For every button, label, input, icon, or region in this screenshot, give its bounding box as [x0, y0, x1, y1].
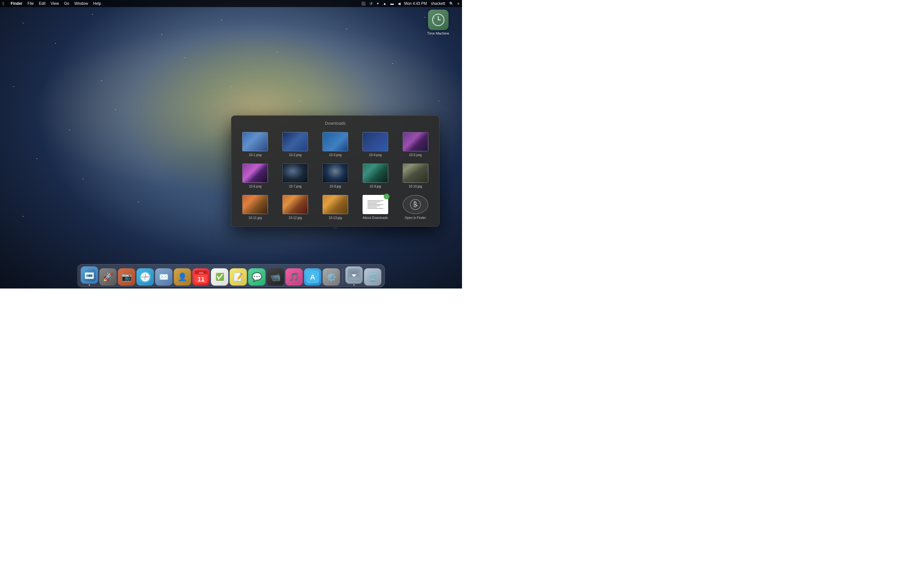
file-thumbnail-6: [242, 163, 268, 183]
svg-text:JUN: JUN: [199, 272, 204, 274]
file-thumbnail-5: [403, 132, 428, 151]
time-machine-desktop-icon[interactable]: Time Machine: [427, 10, 449, 35]
file-item-open-finder[interactable]: Open in Finder: [397, 193, 434, 221]
rocket-dock-icon: 🚀: [99, 268, 117, 285]
file-label-5: 10-5.png: [409, 153, 422, 157]
menu-file[interactable]: File: [27, 1, 34, 6]
bluetooth-icon[interactable]: ✦: [376, 2, 379, 6]
dock-item-downloads[interactable]: [346, 266, 363, 285]
file-label-12: 10-12.jpg: [288, 216, 302, 220]
file-thumbnail-11: [242, 195, 268, 214]
dock-item-safari[interactable]: [137, 268, 154, 285]
file-label-about: About Downloads: [363, 216, 388, 220]
finder-dock-icon: [81, 266, 98, 284]
apple-menu[interactable]: : [3, 1, 4, 6]
calendar-dock-icon: 11 JUN: [192, 268, 210, 285]
safari-dock-icon: [137, 268, 154, 285]
about-icon-lines: [367, 200, 383, 209]
file-thumbnail-13: [322, 195, 348, 214]
wifi-icon[interactable]: ▲: [383, 2, 387, 5]
file-label-8: 10-8.jpg: [330, 185, 341, 189]
facetime-dock-icon: 📹: [267, 268, 284, 285]
file-item-4[interactable]: 10-4.png: [357, 131, 394, 158]
volume-icon[interactable]: ◀: [398, 2, 401, 6]
dock-item-mail[interactable]: ✉️: [155, 268, 173, 285]
dock-item-messages[interactable]: 💬: [248, 268, 266, 285]
file-thumbnail-4: [363, 132, 388, 151]
file-thumbnail-10: [403, 163, 428, 183]
menu-go[interactable]: Go: [64, 1, 69, 6]
file-thumbnail-2: [282, 132, 308, 151]
screen-mirroring-icon[interactable]: ⬛: [361, 2, 366, 6]
battery-icon[interactable]: ▬: [391, 2, 394, 5]
file-item-11[interactable]: 10-11.jpg: [236, 193, 274, 221]
menu-finder[interactable]: Finder: [11, 1, 23, 6]
appstore-dock-icon: A: [304, 268, 321, 285]
dock-item-contacts[interactable]: 👤: [174, 268, 191, 285]
menu-view[interactable]: View: [51, 1, 59, 6]
mail-dock-icon: ✉️: [155, 268, 173, 285]
menu-edit[interactable]: Edit: [39, 1, 45, 6]
file-item-6[interactable]: 10-6.png: [236, 162, 274, 190]
menu-help[interactable]: Help: [93, 1, 101, 6]
dock-item-sysprefs[interactable]: ⚙️: [323, 268, 340, 285]
dock-item-calendar[interactable]: 11 JUN: [192, 268, 210, 285]
file-label-4: 10-4.png: [369, 153, 381, 157]
dock-item-notes[interactable]: 📝: [230, 268, 247, 285]
file-item-7[interactable]: 10-7.png: [276, 162, 314, 190]
about-downloads-icon: ↓: [363, 195, 388, 214]
downloads-grid: 10-1.png 10-2.png 10-3.png 10-4.png 10-5…: [236, 131, 434, 221]
popup-title: Downloads: [236, 121, 434, 126]
dock-item-itunes[interactable]: 🎵: [286, 268, 303, 285]
desktop:  Finder File Edit View Go Window Help ⬛…: [0, 0, 462, 288]
finder-running-dot: [89, 284, 90, 285]
file-thumbnail-12: [282, 195, 308, 214]
username-display: shackett: [431, 1, 445, 6]
file-label-3: 10-3.png: [329, 153, 341, 157]
spotlight-icon[interactable]: 🔍: [449, 2, 454, 6]
file-item-2[interactable]: 10-2.png: [276, 131, 314, 158]
notification-center-icon[interactable]: ≡: [457, 2, 459, 5]
file-item-10[interactable]: 10-10.jpg: [397, 162, 434, 190]
open-finder-icon: [403, 195, 428, 214]
dock-item-appstore[interactable]: A: [304, 268, 321, 285]
menubar:  Finder File Edit View Go Window Help ⬛…: [0, 0, 462, 7]
file-item-9[interactable]: 10-9.jpg: [357, 162, 394, 190]
file-label-7: 10-7.png: [289, 185, 301, 189]
dock-item-photobooth[interactable]: 📷: [118, 268, 136, 285]
dock-item-facetime[interactable]: 📹: [267, 268, 284, 285]
file-label-13: 10-13.jpg: [328, 216, 342, 220]
time-machine-menu-icon[interactable]: ↺: [370, 2, 373, 6]
dock-item-reminders[interactable]: ✅: [211, 268, 228, 285]
dock: 🚀 📷 ✉️ 👤: [78, 264, 385, 287]
dock-item-trash[interactable]: 🗑️: [364, 268, 381, 285]
reminders-dock-icon: ✅: [211, 268, 228, 285]
file-item-about[interactable]: ↓ About Downloads: [357, 193, 394, 221]
file-thumbnail-9: [363, 163, 388, 183]
notes-dock-icon: 📝: [230, 268, 247, 285]
file-thumbnail-1: [242, 132, 268, 151]
popup-arrow: [332, 226, 338, 229]
sysprefs-dock-icon: ⚙️: [323, 268, 340, 285]
file-thumbnail-8: [322, 163, 348, 183]
file-label-6: 10-6.png: [249, 185, 262, 189]
downloads-popup: Downloads 10-1.png 10-2.png 10-3.png 10-…: [231, 115, 439, 227]
time-machine-icon: [428, 10, 449, 30]
messages-dock-icon: 💬: [248, 268, 266, 285]
file-label-11: 10-11.jpg: [249, 216, 262, 220]
svg-rect-20: [349, 277, 359, 280]
time-machine-label: Time Machine: [427, 31, 449, 35]
file-item-13[interactable]: 10-13.jpg: [317, 193, 354, 221]
svg-point-4: [86, 274, 89, 277]
menu-window[interactable]: Window: [74, 1, 88, 6]
file-item-8[interactable]: 10-8.jpg: [317, 162, 354, 190]
dock-item-rocket[interactable]: 🚀: [99, 268, 117, 285]
file-item-1[interactable]: 10-1.png: [236, 131, 274, 158]
photobooth-dock-icon: 📷: [118, 268, 136, 285]
dock-item-finder[interactable]: [81, 266, 98, 285]
contacts-dock-icon: 👤: [174, 268, 191, 285]
file-item-5[interactable]: 10-5.png: [397, 131, 434, 158]
file-item-12[interactable]: 10-12.jpg: [276, 193, 314, 221]
file-item-3[interactable]: 10-3.png: [317, 131, 354, 158]
file-label-open-finder: Open in Finder: [405, 216, 426, 220]
